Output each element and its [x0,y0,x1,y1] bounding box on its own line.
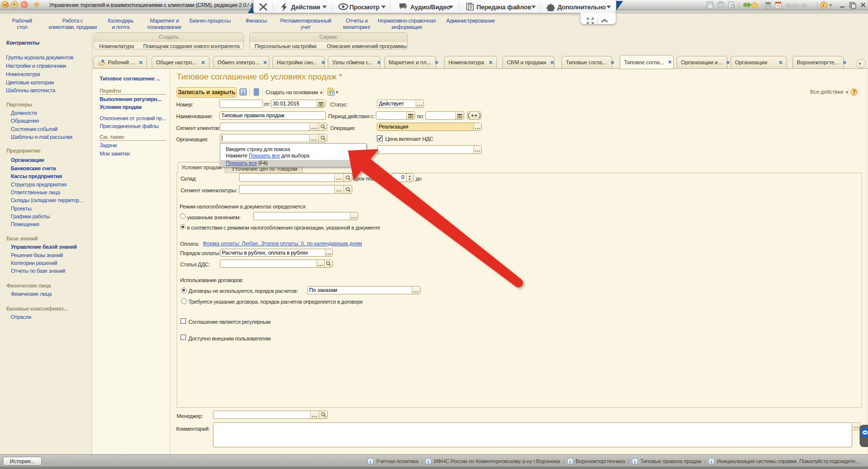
svg-text:Передача файлов: Передача файлов [476,3,531,11]
svg-text:M M+ M-: M M+ M- [787,2,808,8]
svg-text:Дополнительно: Дополнительно [557,3,606,11]
svg-text:Просмотр: Просмотр [349,3,380,11]
svg-text:Аудио/Видео: Аудио/Видео [410,3,450,11]
svg-text:31: 31 [776,4,781,8]
svg-text:Действия: Действия [291,3,320,11]
